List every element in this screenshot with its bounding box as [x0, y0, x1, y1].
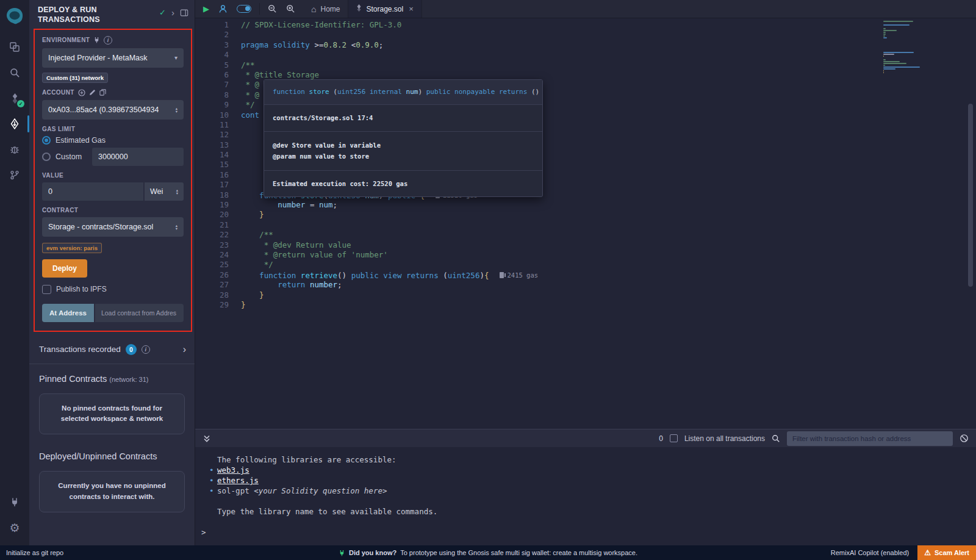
transactions-count-badge: 0	[126, 344, 137, 355]
account-value: 0xA03...85ac4 (0.398673504934	[48, 106, 159, 114]
custom-gas-input[interactable]	[92, 148, 184, 166]
network-badge: Custom (31) network	[42, 73, 108, 83]
panel-title: Deploy & run transactions	[38, 5, 159, 25]
value-unit-select[interactable]: Wei ▴▾	[145, 182, 184, 201]
code-line: 27 return number;	[195, 280, 878, 290]
block-icon[interactable]	[960, 434, 969, 443]
git-init-status[interactable]: Initialize as git repo	[0, 549, 70, 556]
terminal-line	[195, 517, 976, 527]
accounts-icon[interactable]	[218, 4, 228, 13]
deploy-run-icon[interactable]	[0, 111, 29, 137]
deploy-run-panel: Deploy & run transactions ✓ › ENVIRONMEN…	[29, 0, 195, 545]
at-address-button[interactable]: At Address	[42, 304, 94, 322]
code-line: 22 /**	[195, 230, 878, 240]
custom-gas-option[interactable]: Custom	[42, 148, 184, 166]
publish-ipfs-checkbox[interactable]	[42, 285, 51, 294]
gas-pump-icon	[500, 272, 504, 278]
contract-value: Storage - contracts/Storage.sol	[48, 223, 153, 231]
terminal-filter-input[interactable]	[787, 431, 953, 446]
gas-estimate-hint: 2415 gas	[500, 270, 538, 280]
chevron-right-icon[interactable]: ›	[171, 7, 174, 18]
pinned-contracts-title: Pinned Contracts (network: 31)	[29, 364, 195, 386]
value-input[interactable]	[42, 182, 143, 201]
transactions-recorded[interactable]: Transactions recorded 0 i ›	[29, 337, 195, 362]
run-script-icon[interactable]: ▶	[203, 4, 209, 13]
info-icon[interactable]: i	[142, 345, 150, 354]
scam-alert-badge[interactable]: ⚠ Scam Alert	[917, 545, 976, 560]
account-label: ACCOUNT	[42, 89, 74, 96]
estimated-gas-radio[interactable]	[42, 136, 51, 145]
terminal-prompt: >	[195, 527, 976, 537]
listen-transactions-checkbox[interactable]	[670, 434, 678, 442]
info-icon[interactable]: i	[104, 36, 112, 45]
evm-version-badge: evm version: paris	[42, 243, 102, 253]
terminal-line: ethers.js	[195, 475, 976, 486]
zoom-in-icon[interactable]	[286, 4, 295, 13]
git-icon[interactable]	[0, 162, 29, 188]
pinned-network-subtitle: (network: 31)	[109, 376, 148, 383]
contract-label: CONTRACT	[42, 207, 78, 214]
account-select[interactable]: 0xA03...85ac4 (0.398673504934 ▴▾	[42, 100, 184, 120]
chevron-right-icon[interactable]: ›	[183, 344, 186, 355]
pinned-contracts-empty: No pinned contracts found for selected w…	[39, 393, 185, 435]
deploy-button[interactable]: Deploy	[42, 259, 87, 278]
code-line: 19 number = num;	[195, 200, 878, 210]
terminal-line: sol-gpt <your Solidity question here>	[195, 486, 976, 496]
terminal-line	[195, 496, 976, 506]
remix-ide: ✓ ⚙ Deploy & run transactions ✓	[0, 0, 976, 560]
search-icon[interactable]	[772, 434, 780, 443]
code-line: 26 function retrieve() public view retur…	[195, 270, 878, 280]
custom-gas-radio[interactable]	[42, 153, 51, 161]
tab-home[interactable]: ⌂ Home	[303, 0, 348, 18]
solidity-file-icon	[356, 4, 362, 13]
at-address-input[interactable]	[95, 304, 184, 322]
check-icon: ✓	[159, 8, 166, 17]
editor-scrollbar[interactable]	[968, 104, 973, 287]
estimated-gas-option[interactable]: Estimated Gas	[42, 136, 184, 145]
debugger-icon[interactable]	[0, 137, 29, 162]
code-line: 29}	[195, 300, 878, 310]
search-icon[interactable]	[0, 60, 29, 85]
code-editor[interactable]: 1// SPDX-License-Identifier: GPL-3.023pr…	[195, 18, 976, 429]
tip-title: Did you know?	[349, 549, 396, 556]
settings-icon[interactable]: ⚙	[0, 515, 29, 540]
code-line: 1// SPDX-License-Identifier: GPL-3.0	[195, 20, 878, 30]
copilot-status[interactable]: RemixAI Copilot (enabled)	[831, 549, 909, 556]
contract-select[interactable]: Storage - contracts/Storage.sol ▴▾	[42, 217, 184, 237]
code-line: 3pragma solidity >=0.8.2 <0.9.0;	[195, 40, 878, 50]
collapse-terminal-icon[interactable]	[203, 434, 211, 443]
toggle-icon[interactable]	[237, 5, 251, 13]
minimap[interactable]	[883, 21, 950, 73]
plugin-manager-icon[interactable]	[0, 489, 29, 515]
terminal-line: The following libraries are accessible:	[195, 454, 976, 465]
listen-transactions-label: Listen on all transactions	[684, 434, 765, 443]
zoom-out-icon[interactable]	[268, 4, 277, 13]
plug-icon[interactable]	[93, 37, 100, 43]
tooltip-location: contracts/Storage.sol 17:4	[264, 105, 542, 131]
pin-panel-icon[interactable]	[180, 9, 188, 17]
panel-header: Deploy & run transactions ✓ ›	[29, 0, 195, 25]
tooltip-signature: function store (uint256 internal num) pu…	[264, 80, 542, 105]
edit-icon[interactable]	[89, 89, 96, 96]
tab-storage-sol[interactable]: Storage.sol ×	[348, 0, 422, 18]
updown-caret-icon: ▴▾	[176, 224, 178, 230]
copy-icon[interactable]	[99, 89, 106, 96]
status-bar: Initialize as git repo Did you know? To …	[0, 545, 976, 560]
code-line: 23 * @dev Return value	[195, 240, 878, 250]
transactions-label: Transactions recorded	[39, 345, 121, 354]
remix-logo-icon[interactable]	[0, 4, 29, 28]
publish-ipfs-option[interactable]: Publish to IPFS	[42, 285, 184, 294]
close-tab-icon[interactable]: ×	[409, 4, 414, 13]
solidity-compiler-icon[interactable]: ✓	[0, 85, 29, 111]
terminal-output[interactable]: The following libraries are accessible:w…	[195, 447, 976, 545]
environment-select[interactable]: Injected Provider - MetaMask ▾	[42, 48, 184, 68]
file-explorer-icon[interactable]	[0, 34, 29, 60]
updown-caret-icon: ▴▾	[176, 107, 178, 113]
code-line: 24 * @return value of 'number'	[195, 250, 878, 260]
code-line: 21	[195, 220, 878, 230]
deploy-form-highlight: ENVIRONMENT i Injected Provider - MetaMa…	[34, 29, 192, 332]
environment-label: ENVIRONMENT	[42, 37, 90, 43]
code-line: 6 * @title Storage	[195, 70, 878, 80]
deployed-contracts-title: Deployed/Unpinned Contracts	[29, 442, 195, 464]
add-account-icon[interactable]	[78, 89, 85, 96]
